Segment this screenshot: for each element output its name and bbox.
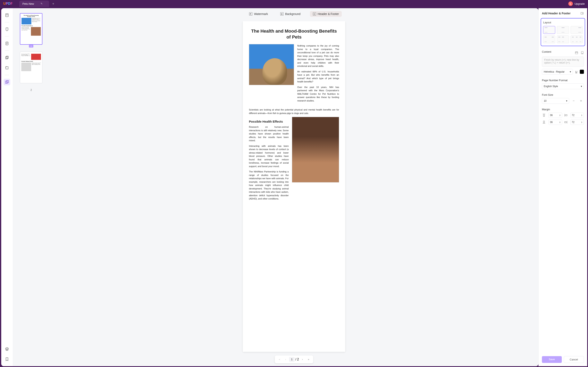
cancel-button[interactable]: Cancel bbox=[564, 356, 584, 363]
current-page[interactable]: 1 bbox=[289, 357, 295, 362]
layout-option-1[interactable] bbox=[543, 26, 555, 34]
section-heading: Possible Health Effects bbox=[249, 120, 289, 123]
layout-option-4[interactable] bbox=[543, 35, 555, 43]
underline-button[interactable]: U bbox=[574, 69, 579, 74]
first-page-button[interactable]: « bbox=[277, 357, 282, 362]
margin-left-input[interactable]: 72▲▼ bbox=[570, 113, 584, 118]
tool-crop-icon[interactable] bbox=[4, 65, 10, 71]
font-size-dropdown[interactable]: 10▾ bbox=[542, 98, 569, 104]
tool-reader-icon[interactable] bbox=[4, 12, 10, 18]
page-number-format-dropdown[interactable]: English Style▾ bbox=[542, 83, 584, 89]
save-button[interactable]: Save bbox=[542, 356, 562, 363]
watermark-icon: ◩ bbox=[249, 12, 252, 16]
page-canvas[interactable]: The Health and Mood-Boosting Benefits of… bbox=[243, 21, 345, 352]
margin-bottom-icon bbox=[542, 120, 546, 124]
app-logo: UPDF bbox=[3, 2, 13, 6]
tool-page-edit-icon[interactable] bbox=[4, 79, 10, 85]
svg-rect-13 bbox=[565, 122, 566, 123]
date-icon[interactable] bbox=[575, 51, 578, 54]
tab-header-footer[interactable]: ▤Header & Footer bbox=[310, 11, 342, 17]
document-tab[interactable]: Pets-New ✎ bbox=[19, 1, 49, 7]
tool-pages-icon[interactable] bbox=[4, 54, 10, 61]
chevron-down-icon: ▾ bbox=[581, 85, 582, 88]
layout-option-6[interactable] bbox=[571, 35, 583, 43]
margin-top-input[interactable]: 36▲▼ bbox=[548, 113, 562, 118]
left-toolbar bbox=[1, 8, 13, 366]
new-tab-button[interactable]: ＋ bbox=[52, 2, 55, 6]
pencil-icon[interactable]: ✎ bbox=[40, 2, 43, 5]
dog-cat-image bbox=[292, 117, 339, 183]
chevron-down-icon: ▾ bbox=[570, 70, 571, 73]
thumbnail-1[interactable]: The Health and Mood-Boosting Benefits of… bbox=[20, 13, 42, 45]
tool-bookmark-icon[interactable] bbox=[4, 356, 10, 362]
cat-image bbox=[249, 44, 294, 85]
decrease-button[interactable]: − bbox=[571, 98, 577, 104]
thumbnail-2[interactable]: Over the past 10 years NIH has partnered… bbox=[20, 52, 42, 83]
margin-left-icon bbox=[564, 113, 568, 117]
svg-rect-10 bbox=[543, 115, 545, 117]
tab-watermark[interactable]: ◩Watermark bbox=[246, 11, 271, 17]
upgrade-button[interactable]: Upgrade bbox=[574, 2, 585, 5]
prev-page-button[interactable]: ‹ bbox=[283, 357, 288, 362]
thumbnail-2-number: 2 bbox=[31, 89, 32, 92]
tab-title: Pets-New bbox=[23, 2, 34, 5]
increase-button[interactable]: + bbox=[578, 98, 584, 104]
titlebar: UPDF Pets-New ✎ ＋ L Upgrade bbox=[0, 0, 588, 7]
margin-right-input[interactable]: 72▲▼ bbox=[570, 119, 584, 125]
panel-title: Add Header & Footer bbox=[542, 12, 571, 15]
margin-top-icon bbox=[542, 113, 546, 117]
chevron-down-icon: ▾ bbox=[566, 100, 567, 102]
margin-right-icon bbox=[564, 120, 568, 124]
page-title: The Health and Mood-Boosting Benefits of… bbox=[249, 28, 339, 40]
right-panel: Add Header & Footer Layout Content bbox=[539, 8, 587, 366]
margin-bottom-input[interactable]: 36▲▼ bbox=[548, 119, 562, 125]
last-page-button[interactable]: » bbox=[306, 357, 311, 362]
svg-rect-8 bbox=[575, 52, 578, 54]
layout-option-3[interactable] bbox=[571, 26, 583, 34]
next-page-button[interactable]: › bbox=[300, 357, 305, 362]
color-swatch[interactable] bbox=[580, 70, 584, 74]
layout-option-5[interactable] bbox=[557, 35, 569, 43]
content-label: Content bbox=[542, 50, 551, 53]
background-icon: ▦ bbox=[280, 12, 283, 16]
avatar[interactable]: L bbox=[568, 1, 573, 6]
collapse-icon[interactable] bbox=[580, 11, 584, 15]
content-textarea[interactable]: Finish by return (↩); new line by option… bbox=[542, 57, 584, 67]
tool-layers-icon[interactable] bbox=[4, 346, 10, 352]
tab-background[interactable]: ▦Background bbox=[277, 11, 303, 17]
thumbnail-badge: 1 bbox=[29, 45, 33, 48]
layout-option-2[interactable] bbox=[557, 26, 569, 34]
svg-rect-9 bbox=[581, 51, 583, 54]
svg-rect-4 bbox=[6, 67, 8, 69]
thumbnail-panel: The Health and Mood-Boosting Benefits of… bbox=[13, 8, 49, 366]
page-icon[interactable] bbox=[581, 51, 584, 54]
svg-rect-11 bbox=[565, 115, 567, 116]
svg-rect-12 bbox=[543, 121, 545, 123]
tool-form-icon[interactable] bbox=[4, 40, 10, 47]
page-navigator: « ‹ 1 / 2 › » bbox=[275, 356, 313, 363]
tool-highlight-icon[interactable] bbox=[4, 26, 10, 33]
top-tabs: ◩Watermark ▦Background ▤Header & Footer bbox=[49, 8, 539, 21]
layout-section: Layout bbox=[541, 18, 585, 46]
header-footer-icon: ▤ bbox=[313, 12, 316, 16]
font-dropdown[interactable]: Helvetica - Regular▾ bbox=[542, 69, 573, 75]
total-pages: 2 bbox=[297, 358, 299, 361]
